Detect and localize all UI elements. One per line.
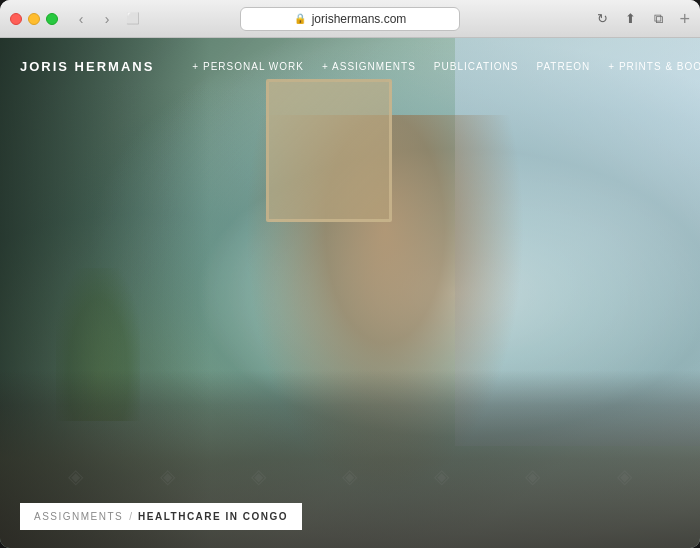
nav-menu: PERSONAL WORK ASSIGNMENTS PUBLICATIONS P… <box>184 55 700 78</box>
new-tab-button[interactable]: + <box>679 10 690 28</box>
nav-patreon[interactable]: PATREON <box>528 55 598 78</box>
browser-window: ‹ › ⬜ 🔒 jorishermans.com ↻ ⬆ ⧉ + ◈ ◈ <box>0 0 700 548</box>
url-text: jorishermans.com <box>312 12 407 26</box>
maximize-button[interactable] <box>46 13 58 25</box>
watermark-7: ◈ <box>617 464 632 488</box>
back-button[interactable]: ‹ <box>70 8 92 30</box>
address-bar-container: 🔒 jorishermans.com <box>240 7 460 31</box>
caption-section[interactable]: ASSIGNMENTS <box>34 511 123 522</box>
caption-bar: ASSIGNMENTS / HEALTHCARE IN CONGO <box>20 503 302 530</box>
watermark-6: ◈ <box>525 464 540 488</box>
nav-publications[interactable]: PUBLICATIONS <box>426 55 527 78</box>
forward-button[interactable]: › <box>96 8 118 30</box>
watermark-1: ◈ <box>68 464 83 488</box>
share-button[interactable]: ⬆ <box>619 8 641 30</box>
refresh-button[interactable]: ↻ <box>591 8 613 30</box>
close-button[interactable] <box>10 13 22 25</box>
website-content: ◈ ◈ ◈ ◈ ◈ ◈ ◈ JORIS HERMANS PERSONAL WOR… <box>0 38 700 548</box>
address-bar[interactable]: 🔒 jorishermans.com <box>240 7 460 31</box>
browser-nav: ‹ › <box>70 8 118 30</box>
watermark-icons: ◈ ◈ ◈ ◈ ◈ ◈ ◈ <box>0 464 700 488</box>
tabs-button[interactable]: ⧉ <box>647 8 669 30</box>
watermark-2: ◈ <box>160 464 175 488</box>
nav-assignments[interactable]: ASSIGNMENTS <box>314 55 424 78</box>
browser-titlebar: ‹ › ⬜ 🔒 jorishermans.com ↻ ⬆ ⧉ + <box>0 0 700 38</box>
watermark-4: ◈ <box>342 464 357 488</box>
wall-photo <box>266 79 392 222</box>
site-navigation: JORIS HERMANS PERSONAL WORK ASSIGNMENTS … <box>0 38 700 94</box>
caption-slash: / <box>129 511 132 522</box>
window-view-button[interactable]: ⬜ <box>122 8 144 30</box>
browser-actions: ↻ ⬆ ⧉ + <box>591 8 690 30</box>
watermark-3: ◈ <box>251 464 266 488</box>
minimize-button[interactable] <box>28 13 40 25</box>
site-logo[interactable]: JORIS HERMANS <box>20 59 154 74</box>
nav-prints-books[interactable]: PRINTS & BOOKS <box>600 55 700 78</box>
nav-personal-work[interactable]: PERSONAL WORK <box>184 55 312 78</box>
traffic-lights <box>10 13 58 25</box>
watermark-5: ◈ <box>434 464 449 488</box>
lock-icon: 🔒 <box>294 13 306 24</box>
caption-title[interactable]: HEALTHCARE IN CONGO <box>138 511 288 522</box>
